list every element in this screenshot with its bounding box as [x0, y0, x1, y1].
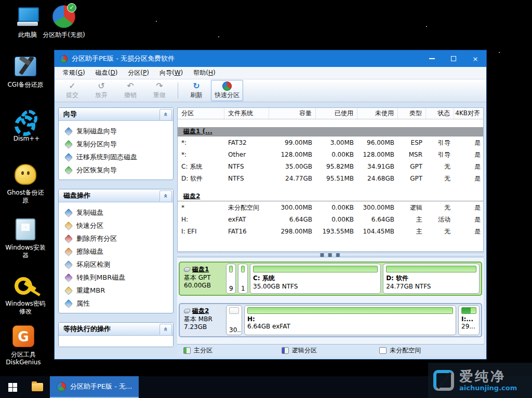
partition-row[interactable]: H:exFAT6.64GB0.00KB6.64GB主活动是	[178, 214, 483, 225]
partition-block[interactable]: I:...29...	[458, 305, 480, 335]
partition-row[interactable]: D: 软件NTFS24.77GB95.51MB24.68GBGPT无是	[178, 173, 483, 184]
panel-header[interactable]: 磁盘操作«	[59, 189, 173, 202]
menu-item-G[interactable]: 常规(G)	[58, 67, 90, 79]
sidebar-item-copy-disk[interactable]: 复制磁盘	[61, 206, 171, 219]
toolbar-button-quick-partition-pie[interactable]: 快速分区	[211, 80, 243, 101]
column-header[interactable]: 已使用	[316, 108, 357, 119]
maximize-button[interactable]	[445, 52, 462, 65]
menu-item-W[interactable]: 向导(W)	[154, 67, 188, 79]
start-button[interactable]	[0, 376, 25, 398]
column-header[interactable]: 文件系统	[224, 108, 269, 119]
partition-block[interactable]: D: 软件24.77GB NTFS	[383, 264, 480, 294]
partition-block[interactable]: 30...	[226, 305, 242, 335]
desktop-icon-ghost[interactable]: Ghost备份还原	[4, 161, 47, 204]
column-header[interactable]: 4KB对齐	[454, 108, 484, 119]
taskbar-active-task[interactable]: 分区助手PE版 - 无...	[50, 376, 139, 398]
sidebar: 向导«复制磁盘向导复制分区向导迁移系统到固态磁盘分区恢复向导磁盘操作«复制磁盘快…	[58, 107, 174, 356]
sidebar-item-delete-all-partitions[interactable]: 删除所有分区	[61, 232, 171, 245]
desktop-icon-dism[interactable]: Dism++	[5, 107, 48, 143]
partition-cell: 是	[454, 203, 484, 212]
folder-icon	[32, 383, 43, 391]
desktop-icon-label: Ghost备份还原	[4, 189, 47, 204]
column-header[interactable]: 容量	[269, 108, 316, 119]
menu-item-P[interactable]: 分区(P)	[123, 67, 154, 79]
sidebar-item-rebuild-mbr[interactable]: 重建MBR	[61, 284, 171, 297]
sidebar-item-partition-recovery-wizard[interactable]: 分区恢复向导	[61, 163, 171, 176]
desktop-icon-key[interactable]: Windows密码修改	[4, 272, 47, 315]
sidebar-item-convert-to-mbr[interactable]: 转换到MBR磁盘	[61, 271, 171, 284]
disk-icon	[183, 267, 191, 272]
partition-row[interactable]: C: 系统NTFS35.00GB95.82MB34.91GBGPT无是	[178, 161, 483, 172]
disk-map-磁盘2[interactable]: 磁盘2基本 MBR7.23GB30...H:6.64GB exFATI:...2…	[179, 303, 482, 337]
toolbar-button-label: 快速分区	[215, 91, 240, 100]
partition-cell: 193.55MB	[316, 228, 357, 235]
disk-group-header[interactable]: 磁盘2	[178, 192, 483, 201]
sidebar-item-properties-info[interactable]: 属性	[61, 297, 171, 310]
partition-block[interactable]: 1	[238, 264, 248, 294]
partition-row[interactable]: I: EFIFAT16298.00MB193.55MB104.45MB主无是	[178, 226, 483, 237]
partition-block[interactable]: H:6.64GB exFAT	[244, 305, 456, 335]
menu-item-H[interactable]: 帮助(H)	[188, 67, 220, 79]
partition-block[interactable]: C: 系统35.00GB NTFS	[250, 264, 381, 294]
partition-cell: 96.00MB	[357, 139, 398, 146]
partition-cell: 主	[398, 215, 426, 224]
column-header[interactable]: 类型	[398, 108, 426, 119]
title-bar[interactable]: 分区助手PE版 - 无损分区免费软件 ×	[55, 50, 486, 67]
copy-disk-icon	[64, 208, 73, 216]
partition-cell: 逻辑	[398, 203, 426, 212]
splitter-handle[interactable]: ■ ■ ■	[177, 253, 484, 257]
file-explorer-button[interactable]	[25, 376, 50, 398]
sidebar-item-wipe-disk[interactable]: 擦除磁盘	[61, 245, 171, 258]
desktop-icon-diskgenius[interactable]: G分区工具 DiskGenius	[2, 323, 45, 366]
sidebar-item-quick-partition[interactable]: 快速分区	[61, 219, 171, 232]
window-body: 向导«复制磁盘向导复制分区向导迁移系统到固态磁盘分区恢复向导磁盘操作«复制磁盘快…	[55, 102, 486, 359]
pending-operations-list	[59, 336, 173, 347]
partition-cell: 0.00KB	[316, 204, 357, 211]
desktop-icon-partition-assistant[interactable]: 分区助手(无损)	[43, 3, 85, 39]
usage-strip	[229, 307, 239, 314]
sidebar-item-label: 复制分区向导	[76, 140, 117, 149]
rebuild-mbr-icon	[64, 286, 73, 294]
partition-row[interactable]: *:FAT3299.00MB3.00MB96.00MBESP引导是	[178, 137, 483, 148]
toolbar-button-label: 重做	[153, 91, 166, 100]
sidebar-item-copy-partition-wizard[interactable]: 复制分区向导	[61, 138, 171, 150]
partition-table: 分区文件系统容量已使用未使用类型状态4KB对齐磁盘1 (...*:FAT3299…	[177, 107, 484, 252]
partition-block[interactable]: 9	[226, 264, 236, 294]
ghost-icon	[15, 164, 36, 185]
sidebar-item-bad-sector-check[interactable]: 坏扇区检测	[61, 258, 171, 271]
partition-block-label: D: 软件	[386, 274, 476, 283]
partition-cell: 24.68GB	[357, 175, 398, 182]
partition-cell: Other	[224, 151, 269, 158]
watermark: 爱纯净 aichunjing.com	[428, 363, 532, 398]
partition-block-label: I:...	[461, 315, 476, 323]
collapse-chevron-icon[interactable]: «	[159, 109, 172, 120]
disk-group-header[interactable]: 磁盘1 (...	[178, 127, 483, 136]
collapse-chevron-icon[interactable]: «	[159, 324, 172, 335]
column-header[interactable]: 未使用	[357, 108, 398, 119]
disk-name: 磁盘2	[184, 307, 224, 315]
partition-cell: 0.00KB	[316, 151, 357, 158]
panel-header[interactable]: 向导«	[59, 108, 173, 121]
desktop-icon-cgi-backup[interactable]: CGI备份还原	[4, 53, 47, 89]
partition-cell: 300.00MB	[269, 204, 316, 211]
partition-row[interactable]: *:Other128.00MB0.00KB128.00MBMSR引导是	[178, 149, 483, 160]
usage-strip	[386, 266, 476, 272]
column-header[interactable]: 分区	[178, 108, 224, 119]
desktop-icon-windows-installer[interactable]: Windows安装器	[4, 216, 47, 259]
delete-all-partitions-icon	[64, 234, 73, 242]
close-button[interactable]: ×	[467, 52, 484, 65]
column-header[interactable]: 状态	[426, 108, 454, 119]
disk-map-磁盘1[interactable]: 磁盘1基本 GPT60.00GB91C: 系统35.00GB NTFSD: 软件…	[179, 262, 482, 296]
menu-item-D[interactable]: 磁盘(D)	[90, 67, 123, 79]
minimize-button[interactable]	[423, 52, 441, 65]
partition-row[interactable]: *未分配空间300.00MB0.00KB300.00MB逻辑无是	[178, 202, 483, 213]
panel-header[interactable]: 等待执行的操作«	[59, 323, 173, 336]
partition-cell: 是	[454, 150, 484, 159]
windows-logo-icon	[8, 383, 17, 392]
disk-group-name: 磁盘1 (...	[183, 127, 212, 136]
partition-cell: 是	[454, 174, 484, 183]
toolbar-button-refresh[interactable]: ↻刷新	[182, 80, 211, 101]
collapse-chevron-icon[interactable]: «	[159, 190, 172, 201]
sidebar-item-copy-disk-wizard[interactable]: 复制磁盘向导	[61, 125, 171, 138]
sidebar-item-migrate-os-to-ssd[interactable]: 迁移系统到固态磁盘	[61, 150, 171, 163]
